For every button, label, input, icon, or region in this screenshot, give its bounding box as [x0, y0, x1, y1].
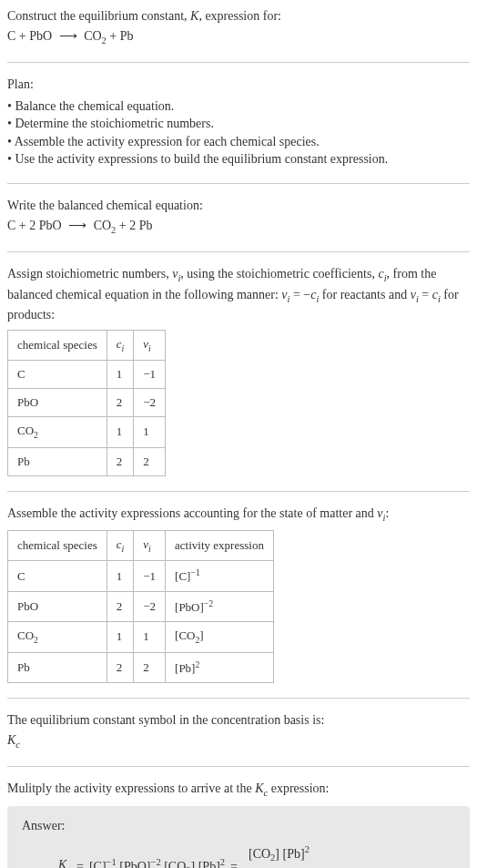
equals: = — [76, 858, 84, 868]
cell-activity: [C]−1 — [166, 561, 274, 592]
activity-section: Assemble the activity expressions accoun… — [7, 505, 470, 684]
text: expression: — [268, 781, 329, 795]
cell-c: 2 — [107, 447, 134, 475]
multiply-text: Mulitply the activity expressions to arr… — [7, 780, 470, 800]
text: Assemble the activity expressions accoun… — [7, 506, 377, 520]
cell-nu: 2 — [134, 447, 166, 475]
c: c — [15, 740, 20, 750]
text: = — [419, 288, 432, 301]
cell-species: C — [8, 360, 107, 388]
divider — [7, 766, 470, 767]
text: for reactants and — [319, 288, 410, 301]
activity-text: Assemble the activity expressions accoun… — [7, 505, 470, 525]
cell-c: 2 — [107, 389, 134, 417]
fraction: [CO2] [Pb]2 [C] [PbO]2 — [243, 842, 315, 868]
rhs-co: CO — [84, 29, 101, 43]
table-row: CO2 1 1 — [8, 417, 166, 447]
intro-text2: , expression for: — [198, 9, 281, 23]
rhs-pb: + Pb — [107, 29, 134, 43]
unbalanced-equation: C + PbO ⟶ CO2 + Pb — [7, 27, 470, 47]
kc-symbol: Kc — [7, 731, 470, 751]
k: K — [7, 733, 15, 747]
table-header-row: chemical species ci νi — [8, 330, 166, 360]
cell-activity: [CO2] — [166, 622, 274, 652]
cell-c: 2 — [107, 652, 134, 683]
base: [C] — [175, 570, 190, 584]
table-row: Pb 2 2 — [8, 447, 166, 475]
header-nu: νi — [134, 531, 166, 561]
plan-item: • Balance the chemical equation. — [7, 97, 470, 116]
cell-species: Pb — [8, 652, 107, 683]
divider — [7, 183, 470, 184]
ne: 2 — [305, 844, 310, 854]
cell-c: 1 — [107, 622, 134, 652]
exp: 2 — [220, 857, 225, 867]
eq-const-section: The equilibrium constant symbol in the c… — [7, 711, 470, 751]
cell-nu: −2 — [134, 591, 166, 622]
table-header-row: chemical species ci νi activity expressi… — [8, 531, 274, 561]
t1: [C] — [89, 859, 107, 868]
post: ] — [199, 628, 203, 642]
divider — [7, 62, 470, 63]
stoich-table: chemical species ci νi C 1 −1 PbO 2 −2 C… — [7, 330, 166, 476]
answer-label: Answer: — [22, 817, 455, 835]
t3p: [CO — [161, 859, 187, 868]
text: Mulitply the activity expressions to arr… — [7, 781, 255, 795]
divider — [7, 251, 470, 252]
expanded: [C]−1 [PbO]−2 [CO2] [Pb]2 — [89, 856, 225, 869]
table-row: CO2 1 1 [CO2] — [8, 622, 274, 652]
header-species: chemical species — [8, 330, 107, 360]
t3post: ] [Pb] — [191, 859, 220, 868]
plan-item: • Use the activity expressions to build … — [7, 150, 470, 168]
t2: [PbO] — [117, 859, 151, 868]
pre: [CO — [175, 628, 195, 642]
balanced-lhs: C + 2 PbO — [7, 219, 62, 232]
eq-const-text: The equilibrium constant symbol in the c… — [7, 711, 470, 730]
text: , using the stoichiometric coefficients, — [180, 267, 378, 281]
cell-nu: −1 — [134, 561, 166, 592]
answer-formula: Kc = [C]−1 [PbO]−2 [CO2] [Pb]2 = [CO2] [… — [58, 842, 455, 868]
cell-c: 1 — [107, 360, 134, 388]
co: CO — [17, 628, 34, 642]
numerator: [CO2] [Pb]2 — [243, 842, 315, 868]
text: = − — [289, 288, 310, 301]
equals2: = — [230, 858, 238, 868]
table-row: Pb 2 2 [Pb]2 — [8, 652, 274, 683]
arrow-icon: ⟶ — [56, 27, 81, 46]
exp: −2 — [204, 598, 213, 608]
header-section: Construct the equilibrium constant, K, e… — [7, 7, 470, 47]
stoich-text: Assign stoichiometric numbers, νi, using… — [7, 265, 470, 324]
sub: 2 — [34, 635, 38, 645]
stoich-section: Assign stoichiometric numbers, νi, using… — [7, 265, 470, 476]
k: K — [255, 781, 263, 795]
header-c: ci — [107, 330, 134, 360]
exp: −1 — [190, 567, 199, 577]
table-row: C 1 −1 [C]−1 — [8, 561, 274, 592]
header-c: ci — [107, 531, 134, 561]
divider — [7, 698, 470, 699]
text: Assign stoichiometric numbers, — [7, 267, 172, 281]
cell-species: Pb — [8, 447, 107, 475]
cell-nu: 2 — [134, 652, 166, 683]
npost: ] [Pb] — [275, 847, 304, 861]
plan-list: • Balance the chemical equation. • Deter… — [7, 97, 470, 168]
balanced-rhs2: + 2 Pb — [116, 219, 152, 232]
header-intro: Construct the equilibrium constant, K, e… — [7, 7, 470, 26]
sub: 2 — [34, 430, 38, 440]
balanced-rhs1: CO — [94, 219, 111, 232]
base: [Pb] — [175, 661, 195, 675]
k: K — [58, 858, 66, 868]
exp: −1 — [107, 857, 117, 867]
co: CO — [17, 424, 34, 437]
lhs: C + PbO — [7, 29, 52, 43]
intro-text: Construct the equilibrium constant, — [7, 9, 190, 23]
cell-nu: −1 — [134, 360, 166, 388]
cell-nu: −2 — [134, 389, 166, 417]
multiply-section: Mulitply the activity expressions to arr… — [7, 780, 470, 868]
i: i — [148, 544, 151, 554]
cell-species: C — [8, 561, 107, 592]
cell-c: 2 — [107, 591, 134, 622]
exp: 2 — [195, 659, 199, 669]
table-row: C 1 −1 — [8, 360, 166, 388]
cell-activity: [PbO]−2 — [166, 591, 274, 622]
